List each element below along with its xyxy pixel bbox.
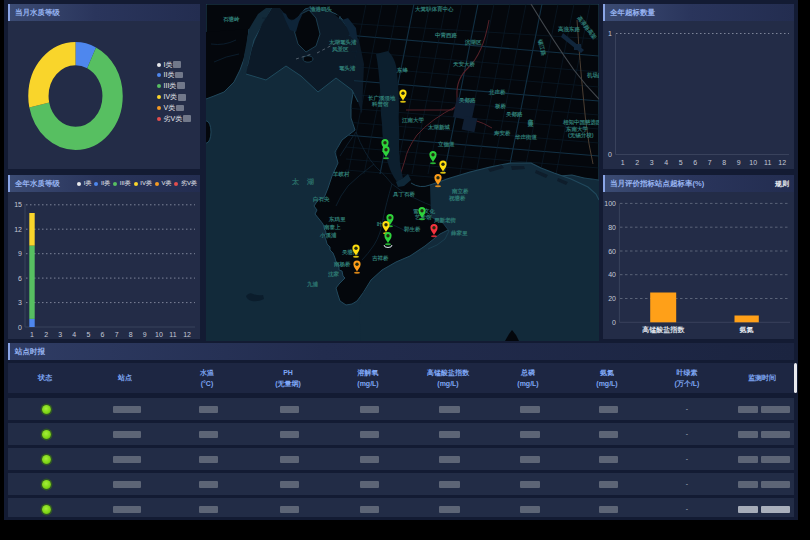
- svg-text:相知中国慈选园: 相知中国慈选园: [562, 119, 599, 126]
- svg-text:12: 12: [183, 331, 191, 338]
- svg-text:北庄桥: 北庄桥: [488, 89, 506, 96]
- svg-text:12: 12: [14, 226, 22, 233]
- svg-text:5: 5: [679, 159, 683, 166]
- svg-text:渔港码头: 渔港码头: [309, 6, 333, 13]
- svg-text:具丁石桥: 具丁石桥: [392, 191, 416, 198]
- svg-text:7: 7: [708, 159, 712, 166]
- svg-text:江南大学: 江南大学: [401, 117, 425, 124]
- svg-text:0: 0: [608, 151, 612, 158]
- svg-text:科普馆: 科普馆: [371, 101, 389, 108]
- svg-text:8: 8: [722, 159, 726, 166]
- svg-text:板桥: 板桥: [494, 103, 507, 109]
- svg-text:1: 1: [621, 159, 625, 166]
- svg-text:周新老街: 周新老街: [434, 217, 457, 224]
- svg-text:12: 12: [778, 159, 786, 166]
- svg-text:4: 4: [72, 331, 76, 338]
- svg-text:氨氮: 氨氮: [739, 326, 754, 334]
- svg-text:8: 8: [129, 331, 133, 338]
- svg-text:寿安桥: 寿安桥: [493, 130, 511, 137]
- svg-text:太湖鼋头渚: 太湖鼋头渚: [328, 39, 357, 46]
- svg-text:1: 1: [608, 30, 612, 37]
- svg-text:滨湖区: 滨湖区: [464, 39, 482, 46]
- svg-text:10: 10: [155, 331, 163, 338]
- svg-text:3: 3: [58, 331, 62, 338]
- svg-text:沈家: 沈家: [328, 271, 340, 278]
- svg-text:(无锡分校): (无锡分校): [568, 132, 594, 139]
- svg-text:南杨桥: 南杨桥: [333, 261, 351, 268]
- svg-text:3: 3: [18, 299, 22, 306]
- svg-text:100: 100: [604, 200, 616, 207]
- svg-text:中青西路: 中青西路: [435, 32, 458, 39]
- svg-text:6: 6: [18, 275, 22, 282]
- svg-text:11: 11: [169, 331, 176, 338]
- svg-text:1: 1: [30, 331, 34, 338]
- svg-text:80: 80: [608, 224, 616, 231]
- svg-text:立德道: 立德道: [437, 141, 455, 148]
- svg-text:吴都路: 吴都路: [505, 111, 523, 118]
- svg-text:高锰酸盐指数: 高锰酸盐指数: [642, 325, 685, 334]
- svg-text:15: 15: [14, 201, 22, 208]
- svg-text:薛家里: 薛家里: [450, 230, 468, 236]
- svg-text:南泰上: 南泰上: [323, 224, 341, 231]
- svg-text:风景区: 风景区: [331, 45, 349, 53]
- svg-text:5: 5: [86, 331, 90, 338]
- svg-text:4: 4: [664, 159, 668, 166]
- svg-text:郭生桥: 郭生桥: [403, 226, 421, 233]
- svg-text:大箕职体育中心: 大箕职体育中心: [415, 5, 454, 13]
- svg-text:东鸡里: 东鸡里: [328, 216, 346, 223]
- svg-text:东绛: 东绛: [396, 67, 409, 74]
- svg-text:9: 9: [18, 250, 22, 257]
- svg-text:祝塘桥: 祝塘桥: [448, 195, 466, 202]
- svg-text:鼋头渚: 鼋头渚: [338, 65, 356, 72]
- svg-text:机场路: 机场路: [586, 72, 599, 79]
- svg-text:0: 0: [18, 324, 22, 331]
- svg-text:0: 0: [612, 319, 616, 326]
- svg-text:2: 2: [44, 331, 48, 338]
- svg-text:20: 20: [608, 295, 616, 302]
- svg-text:10: 10: [749, 159, 757, 166]
- svg-text:华庄街道: 华庄街道: [514, 134, 538, 141]
- svg-text:白石尖: 白石尖: [313, 196, 330, 203]
- svg-text:天安大桥: 天安大桥: [452, 61, 476, 67]
- svg-text:九浦: 九浦: [306, 281, 319, 288]
- svg-text:2: 2: [635, 159, 639, 166]
- svg-text:40: 40: [608, 271, 616, 278]
- svg-text:9: 9: [143, 331, 147, 338]
- svg-text:3: 3: [650, 159, 654, 166]
- svg-text:吴都路: 吴都路: [458, 97, 476, 104]
- svg-text:石塘岭: 石塘岭: [222, 16, 240, 23]
- svg-text:60: 60: [608, 248, 616, 255]
- svg-text:6: 6: [101, 331, 105, 338]
- svg-text:小溪浦: 小溪浦: [319, 232, 337, 239]
- svg-text:6: 6: [693, 159, 697, 166]
- svg-text:太湖: 太湖: [291, 178, 322, 186]
- svg-text:9: 9: [737, 159, 741, 166]
- svg-text:羊岐村: 羊岐村: [332, 171, 350, 178]
- svg-text:太湖新城: 太湖新城: [427, 124, 451, 131]
- svg-text:7: 7: [115, 331, 119, 338]
- svg-text:高浪东路: 高浪东路: [558, 26, 581, 33]
- svg-text:南立桥: 南立桥: [451, 188, 469, 195]
- svg-text:吉祥桥: 吉祥桥: [372, 255, 389, 262]
- svg-text:11: 11: [764, 159, 771, 166]
